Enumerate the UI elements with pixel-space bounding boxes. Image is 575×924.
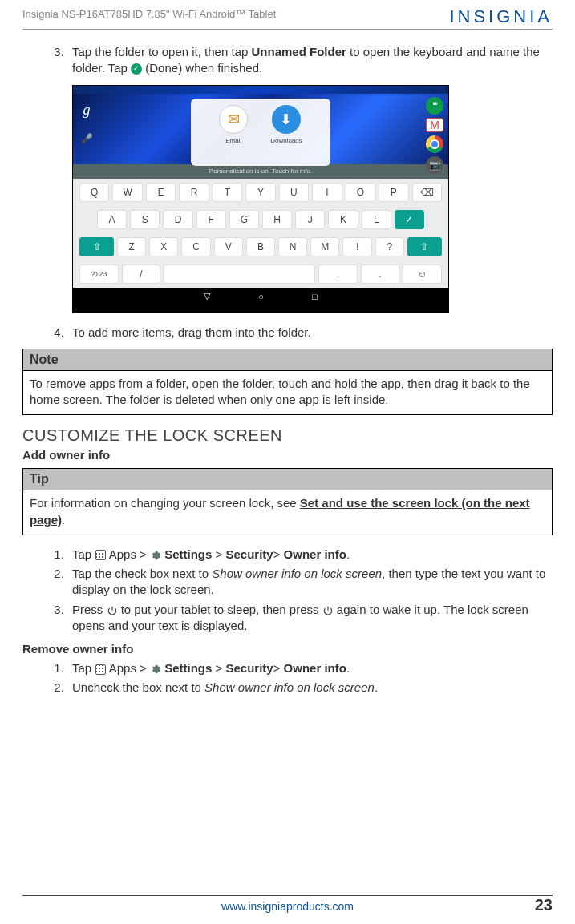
search-column: g 🎤: [73, 94, 100, 164]
status-bar: [73, 86, 448, 94]
t: >: [273, 661, 284, 675]
remove-step-1: Tap Apps > Settings > Security> Owner in…: [67, 660, 553, 676]
email-label: Email: [225, 137, 241, 144]
t: Settings: [161, 661, 212, 675]
nav-recent-icon: □: [312, 292, 318, 301]
tip-box: Tip For information on changing your scr…: [22, 468, 553, 535]
tip-pre: For information on changing your screen …: [30, 496, 300, 510]
key: Y: [245, 183, 275, 202]
camera-icon: 📷: [426, 156, 443, 174]
key: Q: [79, 183, 109, 202]
t: Owner info: [284, 661, 346, 675]
t: Security: [225, 661, 273, 675]
t: to put your tablet to sleep, then press: [118, 603, 322, 616]
key: L: [362, 210, 391, 229]
page-number: 23: [535, 896, 553, 914]
key: U: [279, 183, 309, 202]
key: O: [346, 183, 375, 202]
folder-app-downloads: ⬇ Downloads: [270, 105, 302, 166]
t: Apps >: [106, 547, 150, 561]
tip-body: For information on changing your screen …: [23, 490, 552, 535]
add-owner-steps: Tap Apps > Settings > Security> Owner in…: [22, 547, 553, 634]
downloads-label: Downloads: [270, 137, 302, 144]
brand-logo: INSIGNIA: [449, 6, 553, 27]
sym-key: ?123: [79, 264, 119, 284]
remove-owner-steps: Tap Apps > Settings > Security> Owner in…: [22, 660, 553, 696]
done-icon: [131, 63, 142, 75]
space-key: [164, 264, 315, 284]
key: I: [312, 183, 342, 202]
key: C: [181, 237, 210, 256]
key: J: [295, 210, 325, 229]
step3-pre: Tap the folder to open it, then tap: [72, 45, 252, 59]
t: Uncheck the box next to: [72, 680, 204, 694]
kb-row-1: Q W E R T Y U I O P ⌫: [73, 179, 448, 206]
key: F: [196, 210, 226, 229]
settings-gear-icon: [150, 550, 161, 561]
step-3: Tap the folder to open it, then tap Unna…: [67, 44, 553, 77]
email-icon: ✉: [219, 105, 248, 134]
step3-unnamed-folder: Unnamed Folder: [252, 45, 346, 59]
t: >: [273, 547, 284, 561]
folder-app-email: ✉ Email: [219, 105, 248, 166]
shift-key-right: ⇧: [407, 237, 442, 256]
power-icon: [322, 605, 334, 616]
instruction-list-step4: To add more items, drag them into the fo…: [22, 325, 553, 341]
key: N: [278, 237, 307, 256]
key: Z: [117, 237, 146, 256]
key: G: [229, 210, 259, 229]
backspace-key: ⌫: [412, 183, 442, 202]
period-key: .: [361, 264, 400, 284]
step3-post: (Done) when finished.: [142, 61, 262, 75]
note-box: Note To remove apps from a folder, open …: [22, 349, 553, 416]
step-4: To add more items, drag them into the fo…: [67, 325, 553, 341]
add-step-3: Press to put your tablet to sleep, then …: [67, 602, 553, 635]
kb-row-3: ⇧ Z X C V B N M ! ? ⇧: [73, 233, 448, 260]
remove-owner-heading: Remove owner info: [22, 642, 553, 656]
key: V: [214, 237, 243, 256]
kb-row-2: A S D F G H J K L ✓: [73, 206, 448, 233]
t: Show owner info on lock screen: [204, 680, 375, 694]
on-screen-keyboard: Q W E R T Y U I O P ⌫ A S D F G H J K: [73, 179, 448, 288]
product-line: Insignia NS-P16AT785HD 7.85" Wi-Fi Andro…: [22, 6, 276, 20]
right-app-column: ❝ M 📷: [426, 97, 443, 174]
key: D: [163, 210, 192, 229]
key: ?: [375, 237, 404, 256]
key: A: [97, 210, 127, 229]
shift-key: ⇧: [79, 237, 114, 256]
chrome-icon: [426, 135, 443, 153]
key: M: [310, 237, 339, 256]
remove-step-2: Uncheck the box next to Show owner info …: [67, 680, 553, 696]
add-step-2: Tap the check box next to Show owner inf…: [67, 566, 553, 599]
power-icon: [107, 605, 118, 616]
android-navbar: ▽ ○ □: [73, 288, 448, 305]
emoji-key: ☺: [403, 264, 442, 284]
done-key: ✓: [395, 210, 424, 229]
page-footer: www.insigniaproducts.com 23: [22, 895, 553, 913]
key: S: [130, 210, 160, 229]
comma-key: ,: [318, 264, 358, 284]
t: >: [212, 547, 225, 561]
t: .: [346, 547, 350, 561]
page-header: Insignia NS-P16AT785HD 7.85" Wi-Fi Andro…: [22, 6, 553, 30]
apps-grid-icon: [95, 550, 106, 561]
toast-message: Personalization is on. Touch for info.: [73, 164, 448, 179]
settings-gear-icon: [150, 664, 161, 675]
t: Apps >: [106, 661, 150, 675]
kb-row-4: ?123 / , . ☺: [73, 260, 448, 288]
key: B: [246, 237, 275, 256]
tip-post: .: [62, 513, 65, 527]
key: X: [149, 237, 178, 256]
t: >: [212, 661, 225, 675]
add-owner-heading: Add owner info: [22, 448, 553, 462]
google-g-icon: g: [83, 102, 91, 119]
t: Security: [225, 547, 273, 561]
mic-icon: 🎤: [81, 133, 93, 144]
t: Show owner info on lock screen: [212, 567, 382, 580]
t: .: [346, 661, 350, 675]
tip-title: Tip: [23, 469, 552, 490]
t: Owner info: [284, 547, 346, 561]
add-step-1: Tap Apps > Settings > Security> Owner in…: [67, 547, 553, 563]
key: R: [179, 183, 209, 202]
key: H: [262, 210, 292, 229]
